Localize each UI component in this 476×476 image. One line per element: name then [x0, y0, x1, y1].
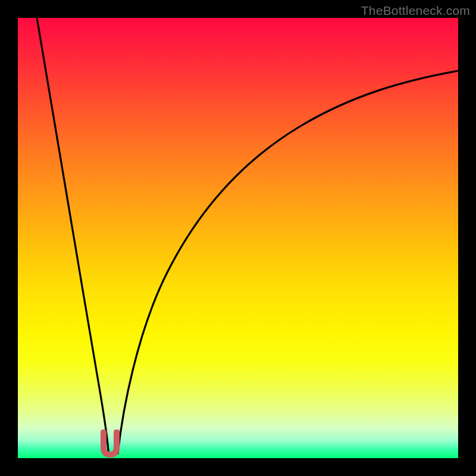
watermark-text: TheBottleneck.com — [361, 4, 470, 18]
curve-left-branch — [37, 18, 109, 453]
curve-right-branch — [118, 71, 458, 453]
chart-plot-area — [18, 18, 458, 458]
bottleneck-curve — [18, 18, 458, 458]
